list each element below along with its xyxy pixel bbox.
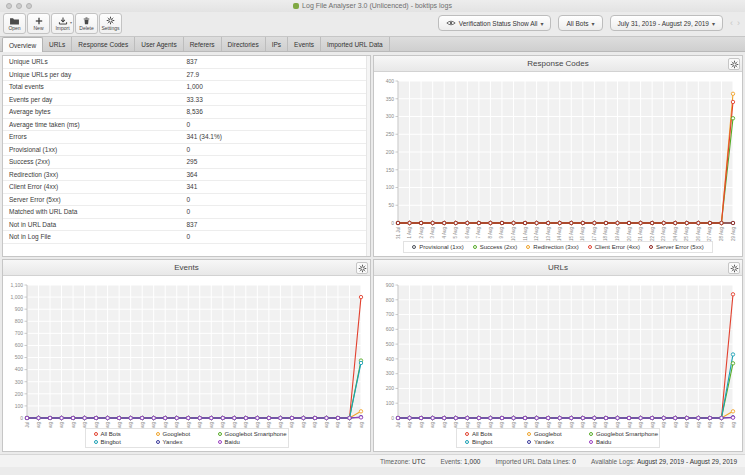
chevron-down-icon[interactable]: ▾ (70, 20, 72, 25)
date-range-dropdown[interactable]: July 31, 2019 - August 29, 2019 ▾ (610, 15, 723, 31)
svg-text:300: 300 (386, 370, 395, 376)
chart-settings-button[interactable] (728, 58, 740, 70)
settings-button[interactable]: Settings (99, 13, 122, 34)
table-row[interactable]: Average bytes8,536 (3, 106, 370, 119)
legend-swatch (649, 245, 653, 249)
tab-referers[interactable]: Referers (184, 37, 222, 51)
bots-filter-dropdown[interactable]: All Bots ▾ (558, 15, 602, 31)
status-item: Timezone:UTC (380, 458, 425, 465)
table-row[interactable]: Events per day33.33 (3, 94, 370, 107)
table-row[interactable]: Server Error (5xx)0 (3, 194, 370, 207)
chart-header: Response Codes (374, 56, 742, 72)
svg-text:25 Aug: 25 Aug (684, 227, 689, 241)
legend-swatch (527, 440, 531, 444)
next-page-button[interactable]: › (737, 15, 740, 31)
legend-swatch (156, 440, 160, 444)
import-button[interactable]: Import▾ (51, 13, 74, 34)
svg-text:28 Aug: 28 Aug (719, 227, 724, 241)
table-row[interactable]: Total events1,000 (3, 81, 370, 94)
svg-text:300: 300 (15, 379, 24, 385)
tab-urls[interactable]: URLs (43, 37, 72, 51)
table-row[interactable]: Matched with URL Data0 (3, 206, 370, 219)
legend-item[interactable]: All Bots (465, 431, 527, 437)
legend-item[interactable]: Yandex (156, 439, 218, 445)
tab-user-agents[interactable]: User Agents (135, 37, 183, 51)
legend-item[interactable]: Googlebot Smartphone (218, 431, 280, 437)
legend-item[interactable]: Yandex (527, 439, 589, 445)
open-folder-icon (9, 17, 20, 25)
window-controls (6, 3, 32, 9)
legend-item[interactable]: Googlebot (156, 431, 218, 437)
legend-item[interactable]: All Bots (94, 431, 156, 437)
table-row[interactable]: Provisional (1xx)0 (3, 144, 370, 157)
svg-text:600: 600 (15, 342, 24, 348)
legend-item[interactable]: Success (2xx) (473, 244, 518, 250)
svg-text:400: 400 (386, 356, 395, 362)
svg-text:3 Aug: 3 Aug (430, 227, 435, 239)
legend-item[interactable]: Bingbot (465, 439, 527, 445)
tab-directories[interactable]: Directories (222, 37, 266, 51)
verification-status-dropdown[interactable]: Verification Status Show All ▾ (438, 15, 552, 31)
legend-swatch (589, 440, 593, 444)
svg-text:1 Aug: 1 Aug (407, 227, 412, 239)
svg-text:900: 900 (386, 282, 395, 288)
table-row[interactable]: Unique URLs837 (3, 56, 370, 69)
tab-response-codes[interactable]: Response Codes (72, 37, 135, 51)
table-row[interactable]: Unique URLs per day27.9 (3, 69, 370, 82)
chevron-down-icon: ▾ (712, 20, 715, 27)
svg-text:0: 0 (391, 220, 394, 226)
tab-overview[interactable]: Overview (2, 37, 43, 52)
legend-item[interactable]: Baidu (218, 439, 280, 445)
stats-scrollbar[interactable] (366, 56, 370, 256)
close-button[interactable] (6, 3, 12, 9)
table-row[interactable]: Average time taken (ms)0 (3, 119, 370, 132)
minimize-button[interactable] (16, 3, 22, 9)
status-item: Available Logs:August 29, 2019 - August … (591, 458, 737, 465)
open-button[interactable]: Open (3, 13, 26, 34)
svg-text:250: 250 (386, 131, 395, 137)
svg-text:350: 350 (386, 96, 395, 102)
svg-text:700: 700 (386, 311, 395, 317)
table-row[interactable]: Redirection (3xx)364 (3, 169, 370, 182)
chart-settings-button[interactable] (728, 262, 740, 274)
table-row[interactable]: Not in URL Data837 (3, 219, 370, 232)
legend-item[interactable]: Googlebot Smartphone (589, 431, 651, 437)
chart-header: URLs (374, 260, 742, 276)
trash-icon (82, 17, 91, 25)
legend-swatch (94, 440, 98, 444)
table-row[interactable]: Errors341 (34.1%) (3, 131, 370, 144)
legend-item[interactable]: Bingbot (94, 439, 156, 445)
svg-text:100: 100 (15, 403, 24, 409)
tab-ips[interactable]: IPs (266, 37, 288, 51)
status-bar: Timezone:UTCEvents:1,000Imported URL Dat… (0, 454, 745, 467)
legend-swatch (412, 245, 416, 249)
table-row[interactable]: Not in Log File0 (3, 231, 370, 244)
delete-button[interactable]: Delete (75, 13, 98, 34)
svg-text:50: 50 (388, 202, 394, 208)
tab-events[interactable]: Events (288, 37, 321, 51)
prev-page-button[interactable]: ‹ (730, 15, 733, 31)
legend-item[interactable]: Server Error (5xx) (649, 244, 704, 250)
legend-swatch (465, 440, 469, 444)
toolbar: OpenNewImport▾DeleteSettings Verificatio… (0, 12, 745, 36)
overview-stats-panel: Unique URLs837Unique URLs per day27.9Tot… (2, 55, 371, 257)
legend-item[interactable]: Client Error (4xx) (588, 244, 640, 250)
zoom-button[interactable] (26, 3, 32, 9)
svg-text:500: 500 (15, 354, 24, 360)
svg-text:14 Aug: 14 Aug (557, 227, 562, 241)
table-row[interactable]: Success (2xx)295 (3, 156, 370, 169)
content-area: Unique URLs837Unique URLs per day27.9Tot… (0, 53, 745, 454)
chart-legend: Provisional (1xx)Success (2xx)Redirectio… (403, 241, 712, 253)
legend-item[interactable]: Googlebot (527, 431, 589, 437)
legend-item[interactable]: Provisional (1xx) (412, 244, 463, 250)
svg-text:2 Aug: 2 Aug (419, 227, 424, 239)
legend-item[interactable]: Redirection (3xx) (526, 244, 578, 250)
chart-settings-button[interactable] (356, 262, 368, 274)
svg-text:13 Aug: 13 Aug (546, 227, 551, 241)
new-button[interactable]: New (27, 13, 50, 34)
svg-text:100: 100 (386, 184, 395, 190)
svg-text:0: 0 (20, 415, 23, 421)
legend-item[interactable]: Baidu (589, 439, 651, 445)
table-row[interactable]: Client Error (4xx)341 (3, 181, 370, 194)
tab-imported-url-data[interactable]: Imported URL Data (321, 37, 390, 51)
